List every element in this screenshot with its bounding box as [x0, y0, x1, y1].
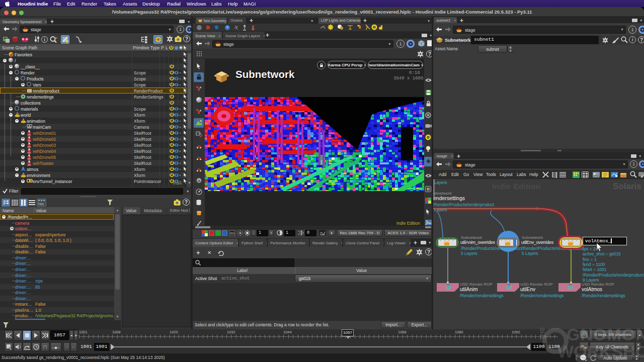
svg-text:y: y [208, 182, 210, 185]
